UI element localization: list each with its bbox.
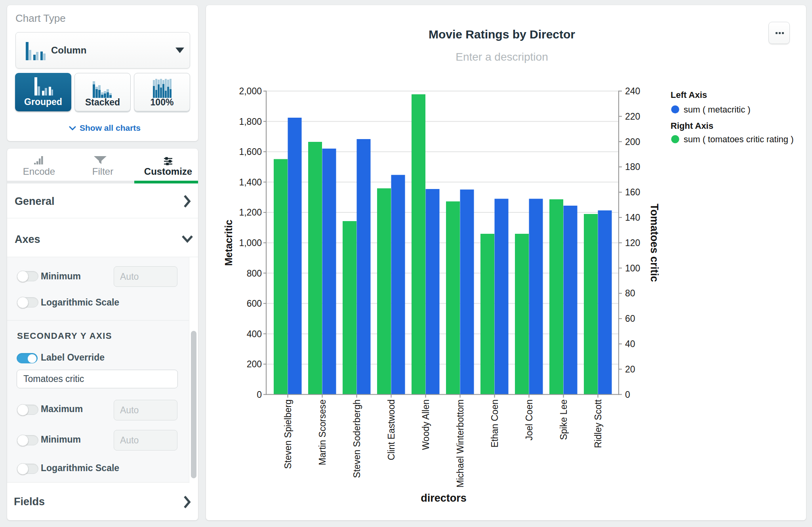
svg-text:1,400: 1,400 bbox=[239, 177, 262, 187]
svg-text:60: 60 bbox=[625, 313, 635, 324]
svg-text:220: 220 bbox=[625, 111, 640, 122]
svg-text:1,200: 1,200 bbox=[239, 207, 262, 218]
svg-text:120: 120 bbox=[625, 238, 640, 248]
svg-text:Joel Coen: Joel Coen bbox=[524, 399, 534, 441]
svg-text:180: 180 bbox=[625, 162, 640, 172]
svg-text:80: 80 bbox=[625, 288, 635, 298]
svg-text:100: 100 bbox=[625, 263, 640, 273]
svg-text:1,000: 1,000 bbox=[239, 238, 262, 248]
svg-text:200: 200 bbox=[625, 137, 640, 147]
svg-text:160: 160 bbox=[625, 187, 640, 197]
svg-text:Michael Winterbottom: Michael Winterbottom bbox=[455, 399, 465, 487]
svg-text:0: 0 bbox=[257, 390, 262, 400]
svg-text:Metacritic: Metacritic bbox=[223, 220, 234, 266]
svg-text:Steven Spielberg: Steven Spielberg bbox=[283, 399, 293, 469]
svg-text:240: 240 bbox=[625, 86, 640, 96]
svg-text:sum ( tomatoes critic rating ): sum ( tomatoes critic rating ) bbox=[684, 134, 794, 144]
svg-text:Woody Allen: Woody Allen bbox=[421, 399, 431, 450]
svg-text:Ridley Scott: Ridley Scott bbox=[593, 399, 603, 448]
svg-text:2,000: 2,000 bbox=[239, 86, 262, 96]
svg-text:Martin Scorsese: Martin Scorsese bbox=[317, 399, 328, 465]
svg-text:0: 0 bbox=[625, 390, 630, 400]
svg-text:1,600: 1,600 bbox=[239, 147, 262, 157]
svg-text:Right Axis: Right Axis bbox=[671, 121, 713, 131]
svg-text:Clint Eastwood: Clint Eastwood bbox=[386, 399, 396, 460]
svg-text:directors: directors bbox=[421, 492, 467, 504]
svg-text:400: 400 bbox=[247, 329, 262, 339]
svg-text:sum ( metacritic ): sum ( metacritic ) bbox=[684, 105, 751, 115]
svg-text:Ethan Coen: Ethan Coen bbox=[490, 399, 500, 447]
svg-text:Left Axis: Left Axis bbox=[671, 90, 707, 100]
svg-text:20: 20 bbox=[625, 364, 635, 374]
svg-text:40: 40 bbox=[625, 339, 635, 349]
svg-text:140: 140 bbox=[625, 212, 640, 223]
svg-text:800: 800 bbox=[247, 268, 262, 279]
svg-text:Steven Soderbergh: Steven Soderbergh bbox=[352, 399, 362, 478]
svg-text:1,800: 1,800 bbox=[239, 116, 262, 127]
svg-text:600: 600 bbox=[247, 298, 262, 309]
svg-text:200: 200 bbox=[247, 359, 262, 369]
svg-text:Tomatoes critic: Tomatoes critic bbox=[648, 204, 660, 282]
svg-text:Spike Lee: Spike Lee bbox=[558, 399, 569, 440]
